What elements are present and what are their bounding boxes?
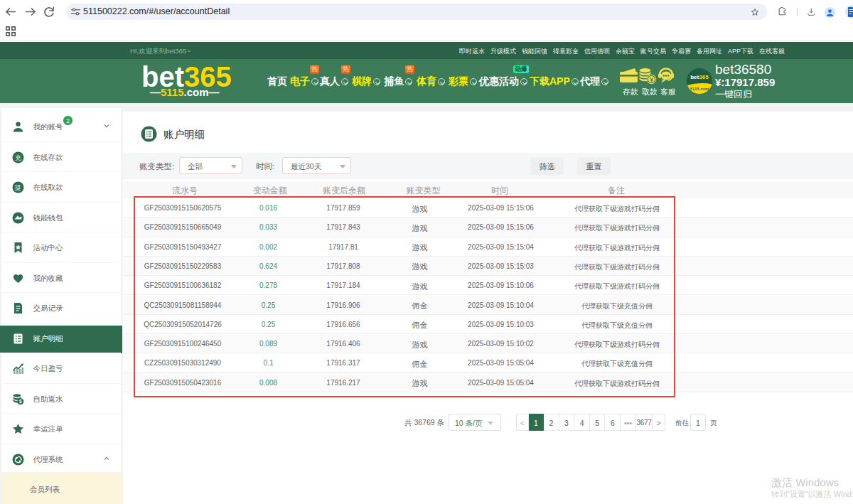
svg-text:$: $ (19, 399, 22, 404)
svg-text:提: 提 (14, 184, 21, 191)
svg-text:5115.com: 5115.com (690, 87, 709, 91)
svg-text:bet365: bet365 (690, 74, 709, 80)
svg-text:¥: ¥ (650, 76, 653, 83)
svg-text:充: 充 (15, 154, 21, 161)
